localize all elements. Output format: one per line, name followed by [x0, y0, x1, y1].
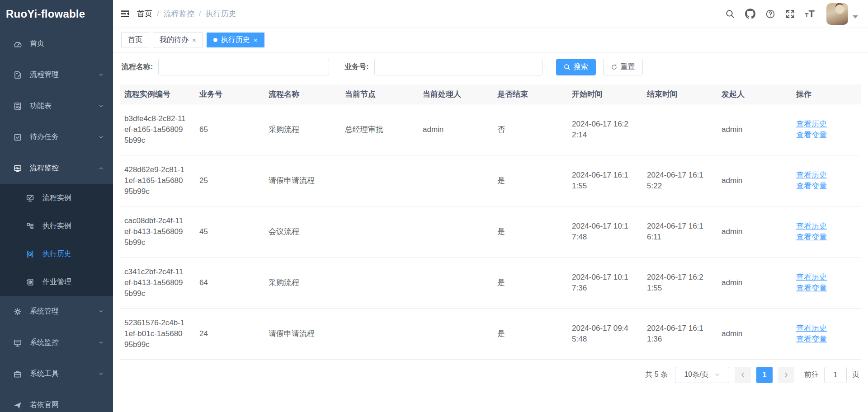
search-icon[interactable] — [725, 9, 735, 19]
tags-view-bar: 首页我的待办×执行历史× — [113, 28, 868, 52]
cell-instance-id: 428d62e9-2c81-11ef-a165-1a568095b99c — [120, 155, 195, 206]
user-menu[interactable] — [826, 3, 858, 25]
cell-business-no: 64 — [195, 257, 264, 308]
cell-start-time: 2024-06-17 16:22:14 — [567, 104, 642, 155]
cell-finished: 是 — [493, 308, 567, 359]
cell-current-assignee — [418, 206, 493, 257]
sidebar-item-label: 执行历史 — [42, 249, 104, 259]
sidebar-item-流程管理[interactable]: 流程管理 — [0, 59, 113, 90]
column-header-发起人: 发起人 — [717, 84, 792, 104]
sidebar-item-流程实例[interactable]: 流程实例 — [0, 184, 113, 212]
search-form: 流程名称: 业务号: 搜索 重置 — [122, 59, 861, 75]
goto-page-input[interactable] — [824, 367, 847, 383]
column-header-当前处理人: 当前处理人 — [418, 84, 493, 104]
cell-start-time: 2024-06-17 16:11:55 — [567, 155, 642, 206]
function-table-icon — [13, 102, 22, 111]
view-history-link[interactable]: 查看历史 — [796, 120, 827, 128]
cell-initiator: admin — [717, 308, 792, 359]
chevron-right-icon — [783, 372, 789, 378]
view-variables-link[interactable]: 查看变量 — [796, 182, 827, 190]
breadcrumb-home[interactable]: 首页 — [137, 9, 152, 19]
view-history-link[interactable]: 查看历史 — [796, 324, 827, 332]
tab-我的待办[interactable]: 我的待办× — [153, 33, 203, 47]
prev-page-button[interactable] — [735, 367, 751, 383]
close-icon[interactable]: × — [254, 37, 258, 43]
cell-start-time: 2024-06-17 10:17:48 — [567, 206, 642, 257]
system-management-icon — [13, 307, 22, 316]
chevron-down-icon — [98, 309, 104, 314]
chevron-left-icon — [740, 372, 746, 378]
page-number-button[interactable]: 1 — [756, 367, 773, 383]
search-button[interactable]: 搜索 — [556, 59, 596, 75]
view-variables-link[interactable]: 查看变量 — [796, 284, 827, 292]
tab-首页[interactable]: 首页 — [121, 33, 149, 47]
pagination-total: 共 5 条 — [645, 370, 668, 379]
fullscreen-icon[interactable] — [785, 9, 795, 19]
cell-current-assignee — [418, 308, 493, 359]
business-no-input[interactable] — [374, 59, 542, 75]
sidebar-submenu: 流程实例执行实例执行历史作业管理 — [0, 184, 113, 296]
column-header-是否结束: 是否结束 — [493, 84, 567, 104]
breadcrumb-separator: / — [199, 9, 201, 19]
column-header-业务号: 业务号 — [195, 84, 264, 104]
sidebar-item-若依官网[interactable]: 若依官网 — [0, 389, 113, 412]
sidebar-item-系统工具[interactable]: 系统工具 — [0, 358, 113, 389]
sidebar-toggle-icon[interactable] — [120, 9, 130, 19]
view-history-link[interactable]: 查看历史 — [796, 171, 827, 179]
sidebar-item-label: 流程监控 — [30, 164, 98, 173]
sidebar-item-流程监控[interactable]: 流程监控 — [0, 153, 113, 184]
sidebar-item-系统管理[interactable]: 系统管理 — [0, 296, 113, 327]
chevron-down-icon — [98, 371, 104, 377]
cell-finished: 是 — [493, 206, 567, 257]
cell-start-time: 2024-06-17 10:17:36 — [567, 257, 642, 308]
sidebar-item-label: 系统监控 — [30, 338, 98, 347]
view-history-link[interactable]: 查看历史 — [796, 222, 827, 230]
app-root: RuoYi-flowable 首页流程管理功能表待办任务流程监控流程实例执行实例… — [0, 0, 868, 412]
next-page-button[interactable] — [778, 367, 794, 383]
view-variables-link[interactable]: 查看变量 — [796, 335, 827, 343]
github-icon[interactable] — [745, 9, 755, 19]
sidebar-item-功能表[interactable]: 功能表 — [0, 90, 113, 122]
page-unit-label: 页 — [852, 370, 859, 379]
reset-button[interactable]: 重置 — [603, 59, 643, 75]
view-history-link[interactable]: 查看历史 — [796, 273, 827, 281]
help-icon[interactable] — [765, 9, 775, 19]
cell-instance-id: cac08dbf-2c4f-11ef-b413-1a568095b99c — [120, 206, 195, 257]
sidebar-item-执行历史[interactable]: 执行历史 — [0, 240, 113, 268]
tab-执行历史[interactable]: 执行历史× — [207, 33, 264, 47]
cell-actions: 查看历史查看变量 — [792, 308, 861, 359]
app-logo: RuoYi-flowable — [0, 0, 113, 28]
view-variables-link[interactable]: 查看变量 — [796, 131, 827, 139]
page-content: 流程名称: 业务号: 搜索 重置 — [113, 52, 868, 412]
sidebar-item-执行实例[interactable]: 执行实例 — [0, 212, 113, 240]
process-name-input[interactable] — [158, 59, 329, 75]
close-icon[interactable]: × — [192, 37, 196, 43]
process-instance-icon — [26, 194, 34, 202]
sidebar-item-label: 执行实例 — [42, 221, 104, 231]
table-row: 52361576-2c4b-11ef-b01c-1a568095b99c24请假… — [120, 308, 861, 359]
sidebar-item-作业管理[interactable]: 作业管理 — [0, 268, 113, 296]
active-tab-dot — [213, 38, 217, 42]
cell-finished: 是 — [493, 257, 567, 308]
table-row: cac08dbf-2c4f-11ef-b413-1a568095b99c45会议… — [120, 206, 861, 257]
cell-end-time: 2024-06-17 16:15:22 — [642, 155, 717, 206]
breadcrumb-process-monitor: 流程监控 — [164, 9, 194, 19]
sidebar-item-待办任务[interactable]: 待办任务 — [0, 122, 113, 153]
cell-initiator: admin — [717, 104, 792, 155]
cell-start-time: 2024-06-17 09:45:48 — [567, 308, 642, 359]
font-size-icon[interactable]: TT — [805, 9, 815, 19]
sidebar-item-label: 流程实例 — [42, 193, 104, 203]
cell-current-node: 总经理审批 — [340, 104, 418, 155]
sidebar-item-label: 系统管理 — [30, 307, 98, 316]
sidebar-item-系统监控[interactable]: 系统监控 — [0, 327, 113, 358]
chevron-down-icon — [98, 72, 104, 78]
cell-end-time: 2024-06-17 16:21:55 — [642, 257, 717, 308]
tab-label: 我的待办 — [160, 35, 189, 45]
cell-instance-id: b3dfe4c8-2c82-11ef-a165-1a568095b99c — [120, 104, 195, 155]
refresh-icon — [611, 64, 618, 70]
avatar[interactable] — [826, 3, 848, 25]
sidebar-item-首页[interactable]: 首页 — [0, 28, 113, 59]
page-size-select[interactable]: 10条/页 — [675, 367, 729, 383]
cell-initiator: admin — [717, 155, 792, 206]
view-variables-link[interactable]: 查看变量 — [796, 233, 827, 241]
